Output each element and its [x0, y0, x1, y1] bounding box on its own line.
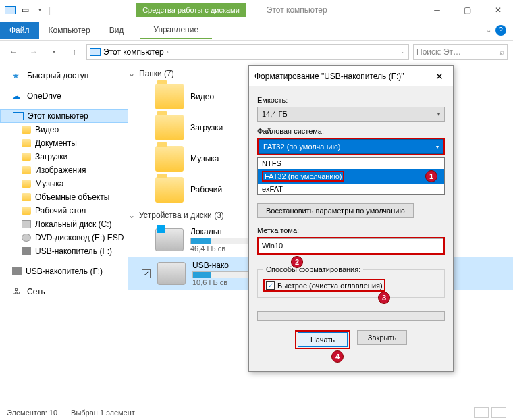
- filesystem-dropdown: NTFS FAT32 (по умолчанию) 1 exFAT: [257, 157, 445, 195]
- up-button[interactable]: ↑: [66, 44, 82, 60]
- callout-4: 4: [331, 350, 344, 363]
- help-icon[interactable]: ?: [495, 25, 506, 36]
- ribbon-tab-computer[interactable]: Компьютер: [39, 22, 100, 39]
- ribbon: Файл Компьютер Вид Управление ⌄ ?: [0, 20, 513, 41]
- search-input[interactable]: Поиск: Эт… ⌕: [413, 44, 508, 60]
- usb-icon: [22, 247, 31, 255]
- star-icon: ★: [12, 71, 23, 80]
- format-dialog: Форматирование "USB-накопитель (F:)" ✕ Е…: [248, 65, 454, 372]
- sidebar-item-music[interactable]: Музыка: [0, 177, 128, 190]
- filesystem-option-ntfs[interactable]: NTFS: [258, 158, 444, 169]
- folder-icon: [22, 126, 31, 134]
- network-icon: 🖧: [12, 287, 23, 296]
- capacity-select[interactable]: 14,4 ГБ▾: [257, 107, 445, 122]
- search-placeholder: Поиск: Эт…: [416, 47, 461, 57]
- close-format-button[interactable]: Закрыть: [357, 330, 407, 345]
- chevron-down-icon: ⌄: [128, 69, 135, 78]
- sidebar-network[interactable]: 🖧Сеть: [0, 285, 128, 298]
- ribbon-expand-icon[interactable]: ⌄: [486, 26, 491, 34]
- cloud-icon: ☁: [12, 91, 23, 101]
- sidebar-item-pictures[interactable]: Изображения: [0, 163, 128, 177]
- sidebar-quick-access[interactable]: ★Быстрый доступ: [0, 69, 128, 82]
- sidebar-item-3d-objects[interactable]: Объемные объекты: [0, 190, 128, 204]
- maximize-button[interactable]: ▢: [452, 0, 483, 20]
- drive-icon: [22, 220, 31, 228]
- quick-access-toolbar: ▭ ▾ |: [0, 4, 55, 16]
- start-button[interactable]: Начать: [298, 332, 348, 347]
- search-icon: ⌕: [500, 47, 504, 57]
- drive-icon: [155, 228, 184, 251]
- dialog-title: Форматирование "USB-накопитель (F:)": [254, 72, 404, 81]
- checkbox-icon: ✓: [266, 281, 275, 290]
- forward-button[interactable]: →: [26, 44, 42, 60]
- minimize-button[interactable]: ─: [422, 0, 452, 20]
- volume-label-label: Метка тома:: [257, 226, 445, 234]
- folder-icon: [22, 139, 31, 147]
- callout-3: 3: [378, 292, 390, 304]
- sidebar-item-desktop[interactable]: Рабочий стол: [0, 204, 128, 217]
- navigation-pane: ★Быстрый доступ ☁OneDrive Этот компьютер…: [0, 63, 128, 404]
- sidebar-usb-drive-f-2[interactable]: USB-накопитель (F:): [0, 265, 128, 278]
- item-checkbox[interactable]: ✓: [142, 269, 151, 278]
- folder-icon: [155, 84, 184, 109]
- ribbon-tab-manage[interactable]: Управление: [140, 22, 212, 39]
- titlebar: ▭ ▾ | Средства работы с дисками Этот ком…: [0, 0, 513, 20]
- callout-2: 2: [291, 256, 303, 268]
- app-icon: [4, 4, 16, 16]
- restore-defaults-button[interactable]: Восстановить параметры по умолчанию: [257, 203, 414, 218]
- sidebar-this-pc[interactable]: Этот компьютер: [0, 109, 128, 123]
- close-button[interactable]: ✕: [483, 0, 513, 20]
- address-input[interactable]: Этот компьютер › ⌄: [86, 44, 409, 60]
- folder-icon: [155, 177, 184, 203]
- address-dropdown-icon[interactable]: ⌄: [401, 49, 406, 55]
- ribbon-tab-view[interactable]: Вид: [100, 22, 134, 39]
- folder-icon: [155, 115, 184, 140]
- sidebar-item-downloads[interactable]: Загрузки: [0, 150, 128, 163]
- contextual-tab-header: Средства работы с дисками: [136, 3, 246, 17]
- drive-icon: [157, 262, 186, 285]
- folder-icon: [22, 207, 31, 215]
- status-selection: Выбран 1 элемент: [71, 409, 135, 417]
- sidebar-item-usb-drive-f[interactable]: USB-накопитель (F:): [0, 244, 128, 258]
- filesystem-label: Файловая система:: [257, 127, 445, 135]
- pc-icon: [13, 112, 24, 120]
- dialog-close-button[interactable]: ✕: [431, 71, 448, 82]
- window-controls: ─ ▢ ✕: [422, 0, 513, 20]
- quick-format-checkbox[interactable]: ✓ Быстрое (очистка оглавления): [266, 281, 383, 290]
- filesystem-option-fat32[interactable]: FAT32 (по умолчанию) 1: [258, 169, 444, 184]
- address-bar: ← → ▾ ↑ Этот компьютер › ⌄ Поиск: Эт… ⌕: [0, 41, 513, 63]
- folder-icon: [22, 166, 31, 174]
- chevron-down-icon: ▾: [436, 144, 439, 150]
- qat-dropdown-icon[interactable]: ▾: [34, 4, 46, 16]
- breadcrumb[interactable]: Этот компьютер: [103, 47, 164, 57]
- disc-icon: [22, 234, 31, 242]
- sidebar-item-documents[interactable]: Документы: [0, 136, 128, 150]
- dialog-titlebar: Форматирование "USB-накопитель (F:)" ✕: [249, 66, 453, 86]
- sidebar-item-dvd-drive-e[interactable]: DVD-дисковод (E:) ESD: [0, 231, 128, 244]
- folder-icon: [22, 193, 31, 201]
- back-button[interactable]: ←: [5, 44, 22, 60]
- folder-icon: [155, 146, 184, 172]
- qat-properties-icon[interactable]: ▭: [19, 4, 31, 16]
- chevron-down-icon: ⌄: [128, 211, 135, 220]
- window-title: Этот компьютер: [267, 5, 327, 15]
- view-details-button[interactable]: [474, 407, 489, 418]
- status-bar: Элементов: 10 Выбран 1 элемент: [0, 404, 513, 420]
- filesystem-select[interactable]: FAT32 (по умолчанию)▾: [259, 139, 443, 154]
- ribbon-file-tab[interactable]: Файл: [0, 22, 39, 39]
- usb-icon: [12, 267, 22, 275]
- sidebar-item-local-disk-c[interactable]: Локальный диск (C:): [0, 217, 128, 231]
- view-large-icons-button[interactable]: [491, 407, 506, 418]
- chevron-down-icon: ▾: [437, 111, 440, 117]
- recent-locations-button[interactable]: ▾: [46, 44, 62, 60]
- filesystem-option-exfat[interactable]: exFAT: [258, 184, 444, 194]
- sidebar-item-videos[interactable]: Видео: [0, 123, 128, 136]
- callout-1: 1: [425, 170, 437, 182]
- volume-label-input[interactable]: Win10: [259, 238, 443, 253]
- format-progress-bar: [257, 311, 445, 321]
- folder-icon: [22, 153, 31, 161]
- sidebar-onedrive[interactable]: ☁OneDrive: [0, 89, 128, 103]
- location-icon: [90, 48, 101, 56]
- format-methods-legend: Способы форматирования:: [263, 265, 363, 273]
- status-item-count: Элементов: 10: [7, 409, 57, 417]
